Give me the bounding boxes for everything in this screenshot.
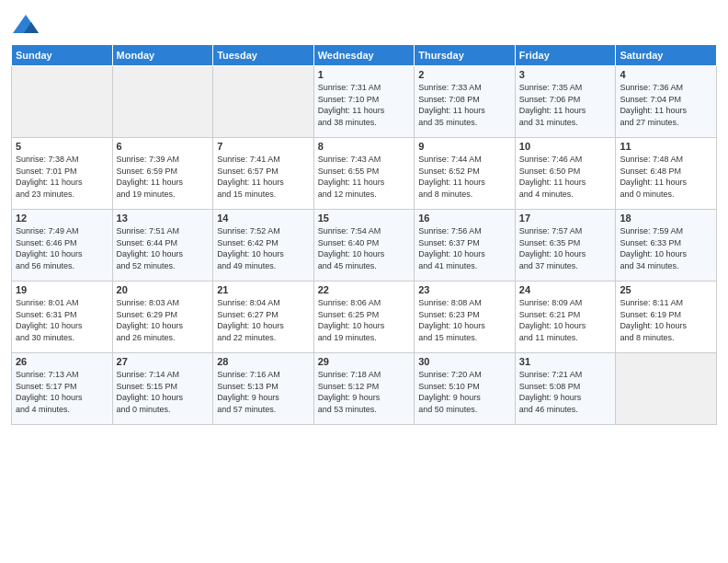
calendar-week-1: 1Sunrise: 7:31 AM Sunset: 7:10 PM Daylig… xyxy=(12,66,717,138)
calendar-cell: 2Sunrise: 7:33 AM Sunset: 7:08 PM Daylig… xyxy=(415,66,516,138)
day-number: 15 xyxy=(318,213,411,224)
calendar-week-5: 26Sunrise: 7:13 AM Sunset: 5:17 PM Dayli… xyxy=(12,353,717,425)
header-sunday: Sunday xyxy=(12,45,113,66)
header-row: Sunday Monday Tuesday Wednesday Thursday… xyxy=(12,45,717,66)
day-info: Sunrise: 7:44 AM Sunset: 6:52 PM Dayligh… xyxy=(418,154,511,200)
day-info: Sunrise: 7:16 AM Sunset: 5:13 PM Dayligh… xyxy=(217,369,310,415)
day-number: 12 xyxy=(16,213,108,224)
calendar-cell: 6Sunrise: 7:39 AM Sunset: 6:59 PM Daylig… xyxy=(112,138,213,210)
calendar-cell: 4Sunrise: 7:36 AM Sunset: 7:04 PM Daylig… xyxy=(616,66,717,138)
calendar-cell: 30Sunrise: 7:20 AM Sunset: 5:10 PM Dayli… xyxy=(415,353,516,425)
calendar-week-3: 12Sunrise: 7:49 AM Sunset: 6:46 PM Dayli… xyxy=(12,210,717,282)
calendar-cell: 11Sunrise: 7:48 AM Sunset: 6:48 PM Dayli… xyxy=(616,138,717,210)
day-info: Sunrise: 7:20 AM Sunset: 5:10 PM Dayligh… xyxy=(418,369,511,415)
day-number: 24 xyxy=(519,284,612,295)
calendar-cell xyxy=(112,66,213,138)
calendar-cell: 29Sunrise: 7:18 AM Sunset: 5:12 PM Dayli… xyxy=(313,353,415,425)
day-info: Sunrise: 7:41 AM Sunset: 6:57 PM Dayligh… xyxy=(217,154,310,200)
day-number: 7 xyxy=(217,141,310,152)
calendar-week-2: 5Sunrise: 7:38 AM Sunset: 7:01 PM Daylig… xyxy=(12,138,717,210)
calendar-cell xyxy=(12,66,113,138)
header-friday: Friday xyxy=(515,45,616,66)
day-info: Sunrise: 7:51 AM Sunset: 6:44 PM Dayligh… xyxy=(117,225,210,271)
day-info: Sunrise: 7:46 AM Sunset: 6:50 PM Dayligh… xyxy=(519,154,612,200)
calendar-cell: 21Sunrise: 8:04 AM Sunset: 6:27 PM Dayli… xyxy=(213,282,314,353)
day-number: 6 xyxy=(117,141,210,152)
calendar-body: 1Sunrise: 7:31 AM Sunset: 7:10 PM Daylig… xyxy=(12,66,717,425)
day-info: Sunrise: 7:13 AM Sunset: 5:17 PM Dayligh… xyxy=(16,369,108,415)
day-info: Sunrise: 8:04 AM Sunset: 6:27 PM Dayligh… xyxy=(217,297,310,343)
calendar-cell: 20Sunrise: 8:03 AM Sunset: 6:29 PM Dayli… xyxy=(112,282,213,353)
calendar-cell: 12Sunrise: 7:49 AM Sunset: 6:46 PM Dayli… xyxy=(12,210,113,282)
day-number: 28 xyxy=(217,356,310,367)
day-number: 11 xyxy=(620,141,712,152)
calendar-cell: 3Sunrise: 7:35 AM Sunset: 7:06 PM Daylig… xyxy=(515,66,616,138)
calendar-header: Sunday Monday Tuesday Wednesday Thursday… xyxy=(12,45,717,66)
day-info: Sunrise: 7:18 AM Sunset: 5:12 PM Dayligh… xyxy=(318,369,411,415)
header xyxy=(11,9,717,39)
calendar-cell: 1Sunrise: 7:31 AM Sunset: 7:10 PM Daylig… xyxy=(313,66,415,138)
day-info: Sunrise: 7:39 AM Sunset: 6:59 PM Dayligh… xyxy=(117,154,210,200)
day-number: 1 xyxy=(318,69,411,80)
calendar-cell: 13Sunrise: 7:51 AM Sunset: 6:44 PM Dayli… xyxy=(112,210,213,282)
calendar-cell xyxy=(616,353,717,425)
day-number: 10 xyxy=(519,141,612,152)
day-info: Sunrise: 8:08 AM Sunset: 6:23 PM Dayligh… xyxy=(418,297,511,343)
calendar-cell: 8Sunrise: 7:43 AM Sunset: 6:55 PM Daylig… xyxy=(313,138,415,210)
header-tuesday: Tuesday xyxy=(213,45,314,66)
day-info: Sunrise: 7:35 AM Sunset: 7:06 PM Dayligh… xyxy=(519,82,612,128)
calendar-cell: 31Sunrise: 7:21 AM Sunset: 5:08 PM Dayli… xyxy=(515,353,616,425)
calendar-cell: 22Sunrise: 8:06 AM Sunset: 6:25 PM Dayli… xyxy=(313,282,415,353)
calendar-cell: 25Sunrise: 8:11 AM Sunset: 6:19 PM Dayli… xyxy=(616,282,717,353)
day-number: 14 xyxy=(217,213,310,224)
logo xyxy=(11,13,42,39)
day-info: Sunrise: 7:54 AM Sunset: 6:40 PM Dayligh… xyxy=(318,225,411,271)
day-info: Sunrise: 7:57 AM Sunset: 6:35 PM Dayligh… xyxy=(519,225,612,271)
day-number: 23 xyxy=(418,284,511,295)
calendar-cell: 23Sunrise: 8:08 AM Sunset: 6:23 PM Dayli… xyxy=(415,282,516,353)
day-number: 4 xyxy=(620,69,712,80)
calendar-cell xyxy=(213,66,314,138)
day-info: Sunrise: 7:56 AM Sunset: 6:37 PM Dayligh… xyxy=(418,225,511,271)
header-thursday: Thursday xyxy=(415,45,516,66)
calendar-container: Sunday Monday Tuesday Wednesday Thursday… xyxy=(0,0,728,563)
day-info: Sunrise: 8:11 AM Sunset: 6:19 PM Dayligh… xyxy=(620,297,712,343)
day-info: Sunrise: 7:52 AM Sunset: 6:42 PM Dayligh… xyxy=(217,225,310,271)
day-info: Sunrise: 7:49 AM Sunset: 6:46 PM Dayligh… xyxy=(16,225,108,271)
day-number: 5 xyxy=(16,141,108,152)
header-monday: Monday xyxy=(112,45,213,66)
day-number: 2 xyxy=(418,69,511,80)
calendar-cell: 5Sunrise: 7:38 AM Sunset: 7:01 PM Daylig… xyxy=(12,138,113,210)
calendar-cell: 18Sunrise: 7:59 AM Sunset: 6:33 PM Dayli… xyxy=(616,210,717,282)
day-number: 21 xyxy=(217,284,310,295)
day-number: 17 xyxy=(519,213,612,224)
day-info: Sunrise: 8:06 AM Sunset: 6:25 PM Dayligh… xyxy=(318,297,411,343)
day-number: 8 xyxy=(318,141,411,152)
day-number: 3 xyxy=(519,69,612,80)
day-number: 20 xyxy=(117,284,210,295)
day-info: Sunrise: 7:21 AM Sunset: 5:08 PM Dayligh… xyxy=(519,369,612,415)
day-info: Sunrise: 7:36 AM Sunset: 7:04 PM Dayligh… xyxy=(620,82,712,128)
day-info: Sunrise: 7:38 AM Sunset: 7:01 PM Dayligh… xyxy=(16,154,108,200)
day-info: Sunrise: 8:01 AM Sunset: 6:31 PM Dayligh… xyxy=(16,297,108,343)
calendar-cell: 17Sunrise: 7:57 AM Sunset: 6:35 PM Dayli… xyxy=(515,210,616,282)
day-number: 29 xyxy=(318,356,411,367)
day-info: Sunrise: 8:03 AM Sunset: 6:29 PM Dayligh… xyxy=(117,297,210,343)
calendar-cell: 24Sunrise: 8:09 AM Sunset: 6:21 PM Dayli… xyxy=(515,282,616,353)
calendar-cell: 26Sunrise: 7:13 AM Sunset: 5:17 PM Dayli… xyxy=(12,353,113,425)
day-info: Sunrise: 7:59 AM Sunset: 6:33 PM Dayligh… xyxy=(620,225,712,271)
logo-icon xyxy=(11,13,40,39)
day-number: 30 xyxy=(418,356,511,367)
calendar-cell: 15Sunrise: 7:54 AM Sunset: 6:40 PM Dayli… xyxy=(313,210,415,282)
day-info: Sunrise: 7:48 AM Sunset: 6:48 PM Dayligh… xyxy=(620,154,712,200)
day-number: 26 xyxy=(16,356,108,367)
header-saturday: Saturday xyxy=(616,45,717,66)
day-number: 18 xyxy=(620,213,712,224)
day-number: 19 xyxy=(16,284,108,295)
day-info: Sunrise: 7:33 AM Sunset: 7:08 PM Dayligh… xyxy=(418,82,511,128)
calendar-week-4: 19Sunrise: 8:01 AM Sunset: 6:31 PM Dayli… xyxy=(12,282,717,353)
calendar-cell: 14Sunrise: 7:52 AM Sunset: 6:42 PM Dayli… xyxy=(213,210,314,282)
calendar-table: Sunday Monday Tuesday Wednesday Thursday… xyxy=(11,44,717,425)
calendar-cell: 16Sunrise: 7:56 AM Sunset: 6:37 PM Dayli… xyxy=(415,210,516,282)
day-info: Sunrise: 8:09 AM Sunset: 6:21 PM Dayligh… xyxy=(519,297,612,343)
